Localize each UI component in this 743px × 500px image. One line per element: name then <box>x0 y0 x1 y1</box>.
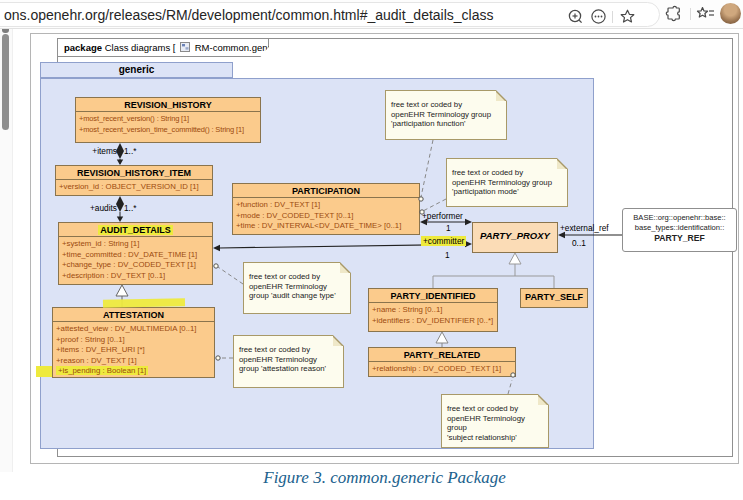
mult-external-ref: 0..1 <box>572 238 586 248</box>
mult-items: 1..* <box>124 146 136 156</box>
browser-toolbar: ons.openehr.org/releases/RM/development/… <box>0 0 743 29</box>
role-committer: +committer <box>421 236 466 246</box>
mult-performer: 1 <box>446 223 451 233</box>
class-title: PARTY_SELF <box>521 289 587 303</box>
class-attribute: +most_recent_version_time_committed() : … <box>76 125 260 136</box>
toolbar-divider <box>612 11 613 23</box>
class-attribute: +description : DV_TEXT [0..1] <box>59 271 212 282</box>
class-attribute: +proof : String [0..1] <box>53 335 214 346</box>
class-attribute: +time_committed : DV_DATE_TIME [1] <box>59 250 212 261</box>
class-attribute: +most_recent_version() : String [1] <box>76 114 260 125</box>
class-attribute: +relationship : DV_CODED_TEXT [1] <box>369 364 515 375</box>
address-url[interactable]: ons.openehr.org/releases/RM/development/… <box>4 7 494 23</box>
role-items: +items <box>85 146 117 156</box>
class-title: AUDIT_DETAILS <box>59 223 212 237</box>
note-attestation-reason: free text or coded by openEHR Terminolog… <box>233 335 344 388</box>
extensions-icon[interactable] <box>665 5 682 22</box>
browser-window: ons.openehr.org/releases/RM/development/… <box>0 0 743 500</box>
class-revision-history: REVISION_HISTORY +most_recent_version() … <box>75 97 261 143</box>
class-title: REVISION_HISTORY <box>76 98 260 112</box>
class-participation: PARTICIPATION +function : DV_TEXT [1] +m… <box>232 183 420 235</box>
note-participation-mode: free text or coded by openEHR Terminolog… <box>446 158 568 207</box>
profile-avatar[interactable] <box>720 3 741 24</box>
note-fold-corner <box>496 90 507 101</box>
role-audits: +audits <box>83 203 117 213</box>
highlight-streak <box>103 298 185 308</box>
note-fold-corner <box>557 158 568 169</box>
note-fold-corner <box>333 335 344 346</box>
more-options-icon[interactable] <box>590 8 607 25</box>
note-subject-relationship: free text or coded by openEHR Terminolog… <box>441 394 549 448</box>
class-title: PARTY_REF <box>623 234 736 244</box>
class-attribute: +function : DV_TEXT [1] <box>233 200 419 211</box>
zoom-in-icon[interactable] <box>567 8 584 25</box>
class-audit-details: AUDIT_DETAILS +system_id : String [1] +t… <box>58 222 213 285</box>
address-bar[interactable]: ons.openehr.org/releases/RM/development/… <box>0 2 660 27</box>
note-fold-corner <box>538 394 549 405</box>
highlighted-class-name: AUDIT_DETAILS <box>98 225 172 235</box>
mult-audits: 1..* <box>124 203 136 213</box>
class-party-ref: BASE::org::openehr::base:: base_types::i… <box>622 208 737 252</box>
collections-icon[interactable] <box>696 5 716 22</box>
note-fold-corner <box>340 262 351 273</box>
external-namespace-line: base_types::identification:: <box>623 223 736 233</box>
class-party-related: PARTY_RELATED +relationship : DV_CODED_T… <box>368 347 516 377</box>
role-external-ref: +external_ref <box>560 223 609 233</box>
class-attribute: +attested_view : DV_MULTIMEDIA [0..1] <box>53 324 214 335</box>
class-attribute: +mode : DV_CODED_TEXT [0..1] <box>233 211 419 222</box>
favorite-star-icon[interactable] <box>619 8 636 25</box>
class-attribute: +change_type : DV_CODED_TEXT [1] <box>59 260 212 271</box>
class-attribute: +system_id : String [1] <box>59 239 212 250</box>
toolbar-divider <box>690 8 691 20</box>
class-attribute: +identifiers : DV_IDENTIFIER [0..*] <box>369 316 497 327</box>
mult-committer: 1 <box>445 250 450 260</box>
class-attribute-highlighted: +is_pending : Boolean [1] <box>53 366 214 377</box>
class-attribute: +reason : DV_TEXT [1] <box>53 356 214 367</box>
external-namespace-line: BASE::org::openehr::base:: <box>623 213 736 223</box>
class-title: PARTY_IDENTIFIED <box>369 289 497 303</box>
class-title: PARTICIPATION <box>233 184 419 198</box>
page-scrollbar[interactable] <box>0 28 13 472</box>
class-title: ATTESTATION <box>53 308 214 322</box>
note-audit-change-type: free text or coded by openEHR Terminolog… <box>243 262 351 314</box>
class-party-proxy: PARTY_PROXY <box>472 222 558 253</box>
class-revision-history-item: REVISION_HISTORY_ITEM +version_id : OBJE… <box>55 165 213 196</box>
note-participation-function: free text or coded by openEHR Terminolog… <box>385 90 507 140</box>
class-party-self: PARTY_SELF <box>520 288 588 308</box>
class-attestation: ATTESTATION +attested_view : DV_MULTIMED… <box>52 307 215 378</box>
class-title: PARTY_PROXY <box>473 223 557 242</box>
scrollbar-thumb[interactable] <box>2 34 9 130</box>
class-title: PARTY_RELATED <box>369 348 515 362</box>
class-attribute: +items : DV_EHR_URI [*] <box>53 345 214 356</box>
class-attribute: +version_id : OBJECT_VERSION_ID [1] <box>56 182 212 193</box>
class-attribute: +time : DV_INTERVAL<DV_DATE_TIME> [0..1] <box>233 221 419 232</box>
highlight-stub <box>36 366 53 377</box>
class-attribute: +name : String [0..1] <box>369 305 497 316</box>
class-title: REVISION_HISTORY_ITEM <box>56 166 212 180</box>
figure-caption: Figure 3. common.generic Package <box>30 468 739 488</box>
class-party-identified: PARTY_IDENTIFIED +name : String [0..1] +… <box>368 288 498 332</box>
role-performer: +performer <box>422 211 463 221</box>
